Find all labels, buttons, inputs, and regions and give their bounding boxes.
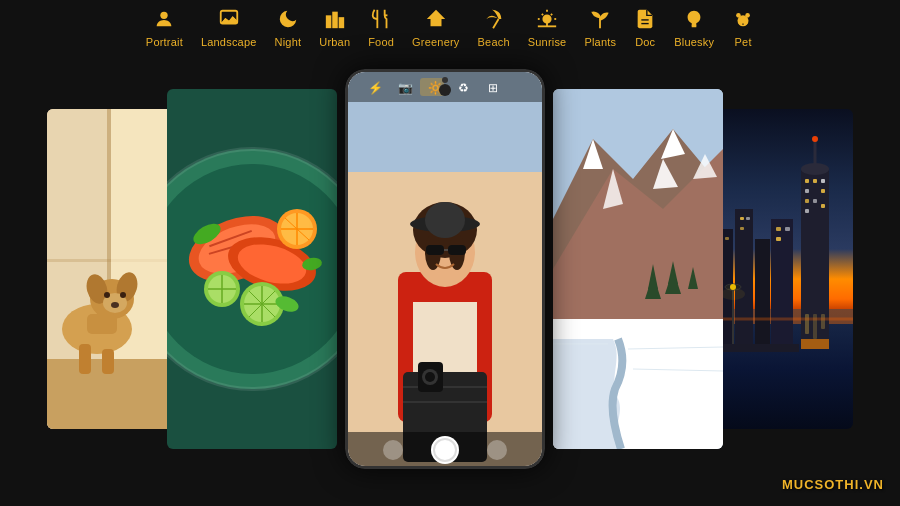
urban-label: Urban <box>319 36 350 48</box>
svg-point-101 <box>442 77 448 83</box>
phone-device: ⚡ 📷 🔆 ♻ ⊞ <box>345 69 545 469</box>
svg-rect-152 <box>821 314 825 329</box>
svg-rect-147 <box>776 227 781 231</box>
pet-icon <box>732 8 754 34</box>
beach-icon <box>483 8 505 34</box>
svg-rect-134 <box>805 209 809 213</box>
icon-night[interactable]: Night <box>275 8 302 48</box>
svg-point-99 <box>383 440 403 460</box>
svg-rect-158 <box>713 344 799 352</box>
svg-rect-3 <box>332 12 338 29</box>
photo-dog <box>47 109 177 429</box>
svg-rect-149 <box>776 237 781 241</box>
svg-point-21 <box>745 13 750 18</box>
svg-text:♻: ♻ <box>458 81 469 95</box>
icon-sunrise[interactable]: Sunrise <box>528 8 567 48</box>
svg-rect-2 <box>326 15 332 28</box>
icon-greenery[interactable]: Greenery <box>412 8 459 48</box>
svg-text:📷: 📷 <box>398 80 413 95</box>
food-label: Food <box>368 36 394 48</box>
food-icon <box>370 8 392 34</box>
svg-point-24 <box>742 23 744 24</box>
svg-text:⊞: ⊞ <box>488 81 498 95</box>
svg-point-22 <box>738 22 741 24</box>
svg-line-12 <box>551 14 552 15</box>
svg-rect-84 <box>448 245 466 255</box>
sunrise-label: Sunrise <box>528 36 567 48</box>
svg-point-157 <box>721 288 745 300</box>
icon-pet[interactable]: Pet <box>732 8 754 48</box>
svg-point-0 <box>161 12 168 19</box>
sunrise-icon <box>536 8 558 34</box>
svg-rect-135 <box>821 204 825 208</box>
svg-point-36 <box>104 292 110 298</box>
photo-city <box>713 109 853 429</box>
svg-point-126 <box>812 136 818 142</box>
plants-label: Plants <box>584 36 616 48</box>
svg-point-100 <box>487 440 507 460</box>
svg-rect-131 <box>821 189 825 193</box>
photo-mountain <box>553 89 723 449</box>
photo-food <box>167 89 337 449</box>
svg-point-88 <box>425 372 435 382</box>
svg-rect-4 <box>338 17 344 28</box>
icon-food[interactable]: Food <box>368 8 394 48</box>
icon-beach[interactable]: Beach <box>478 8 510 48</box>
svg-rect-129 <box>821 179 825 183</box>
svg-rect-38 <box>87 314 117 334</box>
svg-rect-144 <box>740 217 744 220</box>
svg-rect-139 <box>755 239 770 349</box>
urban-icon <box>324 8 346 34</box>
svg-line-7 <box>493 19 499 28</box>
svg-text:⚡: ⚡ <box>368 80 383 95</box>
svg-point-35 <box>111 302 119 308</box>
bluesky-label: Bluesky <box>674 36 714 48</box>
center-phone: ⚡ 📷 🔆 ♻ ⊞ <box>345 69 545 469</box>
svg-point-37 <box>120 292 126 298</box>
photos-area: ⚡ 📷 🔆 ♻ ⊞ <box>0 54 900 484</box>
icon-urban[interactable]: Urban <box>319 8 350 48</box>
night-label: Night <box>275 36 302 48</box>
svg-point-20 <box>736 13 741 18</box>
portrait-label: Portrait <box>146 36 183 48</box>
icon-plants[interactable]: Plants <box>584 8 616 48</box>
phone-notch <box>439 84 451 96</box>
svg-point-98 <box>434 439 456 461</box>
svg-rect-128 <box>813 179 817 183</box>
svg-rect-40 <box>102 349 114 374</box>
svg-rect-148 <box>785 227 790 231</box>
icon-doc[interactable]: Doc <box>634 8 656 48</box>
svg-point-8 <box>543 15 550 22</box>
pet-label: Pet <box>735 36 752 48</box>
plants-icon <box>589 8 611 34</box>
icon-bluesky[interactable]: Bluesky <box>674 8 714 48</box>
svg-rect-127 <box>805 179 809 183</box>
phone-screen: ⚡ 📷 🔆 ♻ ⊞ <box>348 72 542 466</box>
landscape-label: Landscape <box>201 36 257 48</box>
svg-rect-145 <box>740 227 744 230</box>
night-icon <box>277 8 299 34</box>
svg-rect-136 <box>801 339 829 349</box>
watermark: MUCSOTHI.VN <box>782 477 884 492</box>
svg-rect-150 <box>805 314 809 334</box>
doc-icon <box>634 8 656 34</box>
svg-rect-132 <box>805 199 809 203</box>
svg-rect-140 <box>771 219 793 349</box>
svg-rect-142 <box>725 237 729 240</box>
svg-line-13 <box>542 14 543 15</box>
svg-rect-133 <box>813 199 817 203</box>
svg-rect-146 <box>746 217 750 220</box>
watermark-text: MUCSOTHI.VN <box>782 477 884 492</box>
icon-landscape[interactable]: Landscape <box>201 8 257 48</box>
svg-rect-39 <box>79 344 91 374</box>
greenery-label: Greenery <box>412 36 459 48</box>
landscape-icon <box>218 8 240 34</box>
svg-rect-130 <box>805 189 809 193</box>
beach-label: Beach <box>478 36 510 48</box>
portrait-icon <box>153 8 175 34</box>
svg-rect-83 <box>426 245 444 255</box>
svg-point-23 <box>745 22 748 24</box>
icon-portrait[interactable]: Portrait <box>146 8 183 48</box>
icon-bar: Portrait Landscape Night Urban Food Gree… <box>0 0 900 54</box>
svg-rect-138 <box>735 209 753 349</box>
